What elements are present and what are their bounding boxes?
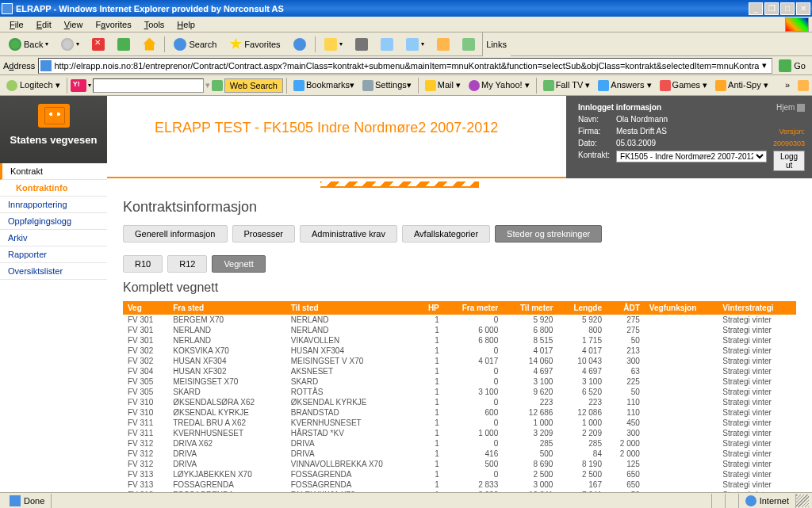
menu-file[interactable]: File xyxy=(3,18,30,31)
search-scope-icon[interactable] xyxy=(212,80,223,91)
col-tilmeter: Til meter xyxy=(503,301,557,315)
sidebar-item-rapporter[interactable]: Rapporter xyxy=(0,246,107,263)
search-history-dropdown[interactable]: ▾ xyxy=(205,80,210,90)
yahoo-search-input[interactable] xyxy=(93,78,204,93)
table-row: FV 310ØKSENDALSØRA X62ØKSENDAL KYRKJE102… xyxy=(123,397,796,407)
search-button[interactable]: Search xyxy=(168,35,222,54)
tab-prosesser[interactable]: Prosesser xyxy=(232,225,296,243)
logitech-menu[interactable]: Logitech ▾ xyxy=(3,78,63,93)
hjem-icon[interactable] xyxy=(797,104,805,112)
address-input[interactable] xyxy=(54,61,759,71)
navn-label: Navn: xyxy=(576,114,612,124)
answers-menu[interactable]: Answers ▾ xyxy=(595,78,654,93)
games-icon xyxy=(660,80,671,91)
messenger-button[interactable] xyxy=(457,35,481,54)
menu-tools[interactable]: Tools xyxy=(138,18,171,31)
table-row: FV 312DRIVA X62DRIVA102852852 000Strateg… xyxy=(123,438,796,449)
hjem-link[interactable]: Hjem xyxy=(776,103,795,112)
messenger-icon xyxy=(462,38,475,51)
sidebar-item-kontrakt[interactable]: Kontrakt xyxy=(0,163,107,180)
yahoo-icon[interactable] xyxy=(71,79,86,92)
table-row: FV 312DRIVADRIVA1416500842 000Strategi v… xyxy=(123,449,796,459)
home-button[interactable] xyxy=(137,35,161,54)
discuss-button[interactable]: ▾ xyxy=(400,35,430,54)
yahoo-dropdown[interactable]: ▾ xyxy=(88,82,91,89)
table-row: FV 313FOSSAGRENDAFOSSAGRENDA12 8333 0001… xyxy=(123,479,796,490)
menu-favorites[interactable]: Favorites xyxy=(89,18,137,31)
versjon-value: 20090303 xyxy=(773,139,805,147)
sidebar-item-oversiktslister[interactable]: Oversiktslister xyxy=(0,263,107,280)
tab-adminkrav[interactable]: Administrative krav xyxy=(300,225,397,243)
subtab-r10[interactable]: R10 xyxy=(123,255,163,273)
ie-logo-icon xyxy=(785,17,809,32)
navn-value: Ola Nordmann xyxy=(614,114,769,124)
vegnett-table: Veg Fra sted Til sted HP Fra meter Til m… xyxy=(123,301,796,492)
yahoo-toolbar: Logitech ▾ ▾ ▾ Web Search Bookmarks▾ Set… xyxy=(0,75,812,96)
logout-button[interactable]: Logg ut xyxy=(773,151,805,171)
stop-button[interactable] xyxy=(86,35,110,54)
table-row: FV 302KOKSVIKA X70HUSAN XF304104 0174 01… xyxy=(123,346,796,356)
myyahoo-icon xyxy=(469,80,480,91)
forward-button[interactable]: ▾ xyxy=(56,35,85,54)
go-button[interactable]: Go xyxy=(776,58,809,74)
table-row: FV 312DRIVAVINNAVOLLBREKKA X7015008 6908… xyxy=(123,459,796,469)
subtab-vegnett[interactable]: Vegnett xyxy=(212,255,265,273)
settings-menu[interactable]: Settings▾ xyxy=(359,78,415,93)
mail-button[interactable]: ▾ xyxy=(319,35,348,54)
col-tilsted: Til sted xyxy=(286,301,418,315)
menu-view[interactable]: View xyxy=(58,18,90,31)
discuss-icon xyxy=(406,38,419,51)
back-button[interactable]: Back▾ xyxy=(3,35,54,54)
tabs: Generell informasjon Prosesser Administr… xyxy=(123,225,796,243)
refresh-icon xyxy=(117,38,130,51)
subtabs: R10 R12 Vegnett xyxy=(123,255,796,273)
tab-generell[interactable]: Generell informasjon xyxy=(123,225,228,243)
close-button[interactable]: ✕ xyxy=(796,2,810,15)
table-row: FV 313LØYKJABEKKEN X70FOSSAGRENDA102 500… xyxy=(123,469,796,479)
research-button[interactable] xyxy=(431,35,455,54)
mail-menu[interactable]: Mail ▾ xyxy=(422,78,464,93)
myyahoo-menu[interactable]: My Yahoo! ▾ xyxy=(465,78,533,93)
table-row: FV 301BERGEM X70NERLAND105 9205 920275St… xyxy=(123,315,796,325)
tab-steder[interactable]: Steder og strekninger xyxy=(495,225,602,243)
sidebar-item-kontraktinfo[interactable]: Kontraktinfo xyxy=(0,180,107,197)
toolbar-overflow[interactable]: » xyxy=(785,80,796,91)
links-label[interactable]: Links xyxy=(482,32,511,56)
restore-button[interactable]: ❐ xyxy=(764,2,779,15)
vegvesen-logo-icon xyxy=(38,104,70,128)
table-title: Komplett vegnett xyxy=(123,281,796,295)
games-menu[interactable]: Games ▾ xyxy=(657,78,711,93)
menu-help[interactable]: Help xyxy=(170,18,201,31)
sidebar-item-arkiv[interactable]: Arkiv xyxy=(0,230,107,246)
favorites-button[interactable]: Favorites xyxy=(224,35,285,54)
edit-button[interactable] xyxy=(375,35,399,54)
minimize-button[interactable]: _ xyxy=(749,2,763,15)
menubar: File Edit View Favorites Tools Help xyxy=(0,17,812,32)
brand-name: Statens vegvesen xyxy=(8,134,99,146)
app-frame: Statens vegvesen Kontrakt Kontraktinfo I… xyxy=(0,96,812,492)
brand-header: Statens vegvesen xyxy=(0,96,107,163)
subtab-r12[interactable]: R12 xyxy=(167,255,207,273)
window-title: ELRAPP - Windows Internet Explorer provi… xyxy=(16,4,749,13)
sidebar-item-oppfolgingslogg[interactable]: Oppfølgingslogg xyxy=(0,213,107,230)
maximize-button[interactable]: □ xyxy=(780,2,795,15)
menu-edit[interactable]: Edit xyxy=(30,18,58,31)
login-info-box: Innlogget informasjon Hjem Navn:Ola Nord… xyxy=(566,96,812,178)
pencil-icon[interactable] xyxy=(798,80,809,91)
col-lengde: Lengde xyxy=(557,301,607,315)
print-button[interactable] xyxy=(350,35,373,54)
kontrakt-select[interactable]: FK1505 - Indre Nordmøre2 2007-2012 xyxy=(616,151,767,162)
history-button[interactable] xyxy=(288,35,312,54)
web-search-button[interactable]: Web Search xyxy=(224,78,283,93)
address-label: Address xyxy=(3,61,35,71)
table-row: FV 305SKARDROTTÅS13 1009 6206 52050Strat… xyxy=(123,387,796,397)
antispy-menu[interactable]: Anti-Spy ▾ xyxy=(712,78,772,93)
refresh-button[interactable] xyxy=(112,35,136,54)
sidebar-item-innrapportering[interactable]: Innrapportering xyxy=(0,197,107,213)
bookmarks-menu[interactable]: Bookmarks▾ xyxy=(290,78,358,93)
tab-avfall[interactable]: Avfallskategorier xyxy=(402,225,490,243)
table-row: FV 305MEISINGSET X70SKARD103 1003 100225… xyxy=(123,376,796,387)
col-adt: ÅDT xyxy=(607,301,645,315)
address-dropdown[interactable]: ▾ xyxy=(759,60,770,71)
falltv-menu[interactable]: Fall TV ▾ xyxy=(540,78,594,93)
